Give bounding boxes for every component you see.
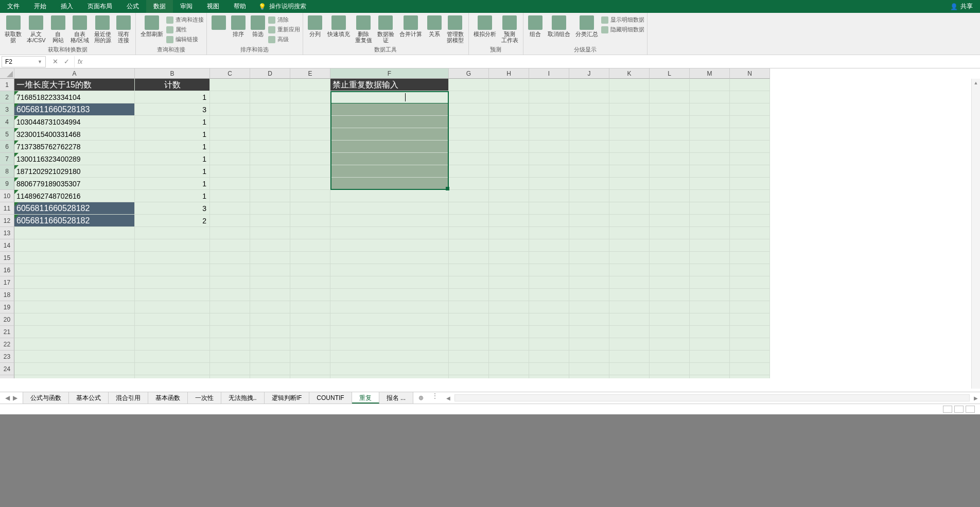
cell[interactable] (609, 178, 650, 190)
cell[interactable] (330, 202, 449, 215)
cell[interactable] (569, 301, 609, 313)
cell[interactable] (529, 79, 569, 91)
cell[interactable] (290, 116, 330, 128)
cell[interactable] (609, 252, 650, 264)
column-header[interactable]: H (489, 68, 529, 79)
cell[interactable] (730, 326, 770, 338)
cell[interactable] (330, 338, 449, 351)
cell[interactable]: 1 (135, 116, 210, 128)
cell[interactable] (489, 326, 529, 338)
cell[interactable] (330, 153, 449, 165)
cell[interactable] (210, 103, 250, 116)
cell[interactable] (650, 91, 690, 103)
cell[interactable] (730, 190, 770, 202)
row-header[interactable]: 1 (0, 79, 14, 91)
cell[interactable] (609, 116, 650, 128)
cell[interactable] (14, 301, 135, 313)
cell[interactable] (135, 351, 210, 363)
cell[interactable] (609, 128, 650, 141)
tab-review[interactable]: 审阅 (173, 0, 200, 13)
column-header[interactable]: G (449, 68, 489, 79)
cell[interactable] (290, 351, 330, 363)
cell[interactable] (529, 227, 569, 239)
ribbon-button[interactable]: 筛选 (249, 14, 267, 38)
cell[interactable] (730, 301, 770, 313)
cell[interactable] (210, 153, 250, 165)
cell[interactable] (489, 202, 529, 215)
cell[interactable] (650, 363, 690, 375)
cell[interactable] (650, 103, 690, 116)
cell[interactable] (210, 190, 250, 202)
ribbon-button[interactable]: 现有 连接 (114, 14, 133, 44)
tab-view[interactable]: 视图 (200, 0, 226, 13)
cell[interactable] (210, 128, 250, 141)
cell[interactable] (135, 264, 210, 276)
cell[interactable] (135, 301, 210, 313)
cell[interactable] (489, 141, 529, 153)
cell[interactable]: 1030448731034994 (14, 116, 135, 128)
cell[interactable]: 一堆长度大于15的数 (14, 79, 135, 91)
cell[interactable] (250, 363, 290, 375)
cell[interactable] (250, 239, 290, 252)
cell[interactable] (14, 375, 135, 378)
sheet-tab[interactable]: 基本函数 (148, 392, 188, 404)
cell[interactable]: 1 (135, 91, 210, 103)
column-header[interactable]: D (250, 68, 290, 79)
cell[interactable] (449, 202, 489, 215)
cell[interactable] (290, 227, 330, 239)
cell[interactable] (690, 264, 730, 276)
cell[interactable] (210, 116, 250, 128)
row-header[interactable]: 2 (0, 91, 14, 103)
cell[interactable] (250, 276, 290, 289)
cell[interactable] (489, 264, 529, 276)
vertical-scrollbar[interactable]: ▲ (971, 79, 980, 389)
row-header[interactable]: 15 (0, 252, 14, 264)
cell[interactable] (210, 252, 250, 264)
tab-pagelayout[interactable]: 页面布局 (80, 0, 119, 13)
cell[interactable] (489, 252, 529, 264)
row-header[interactable]: 6 (0, 141, 14, 153)
cell[interactable] (529, 128, 569, 141)
cell[interactable] (690, 276, 730, 289)
cell[interactable] (250, 116, 290, 128)
row-header[interactable]: 17 (0, 276, 14, 289)
cell[interactable] (730, 128, 770, 141)
cell[interactable] (330, 375, 449, 378)
cell[interactable] (730, 264, 770, 276)
cell[interactable]: 禁止重复数据输入 (330, 79, 449, 91)
cell[interactable] (210, 178, 250, 190)
spreadsheet-grid[interactable]: ABCDEFGHIJKLMN 1234567891011121314151617… (0, 68, 980, 378)
cell[interactable] (449, 103, 489, 116)
cell[interactable]: 3230015400331468 (14, 128, 135, 141)
cell[interactable] (690, 301, 730, 313)
cell[interactable] (569, 165, 609, 178)
cell[interactable] (210, 363, 250, 375)
cell[interactable] (650, 178, 690, 190)
cell[interactable] (14, 351, 135, 363)
cell[interactable] (449, 190, 489, 202)
cell[interactable] (690, 178, 730, 190)
cell[interactable] (730, 338, 770, 351)
ribbon-sub-button[interactable]: 高级 (268, 36, 300, 43)
cell[interactable] (569, 338, 609, 351)
cell[interactable]: 3 (135, 103, 210, 116)
horizontal-scrollbar[interactable]: ◀ ▶ (441, 392, 980, 404)
cell[interactable] (489, 338, 529, 351)
cell[interactable] (210, 289, 250, 301)
cell[interactable] (529, 351, 569, 363)
cell[interactable] (529, 313, 569, 326)
ribbon-button[interactable]: 自表 格/区域 (68, 14, 91, 44)
cell[interactable] (449, 276, 489, 289)
cell[interactable] (330, 227, 449, 239)
cell[interactable] (489, 116, 529, 128)
cell[interactable] (529, 363, 569, 375)
cell[interactable]: 1 (135, 165, 210, 178)
cell[interactable] (449, 239, 489, 252)
ribbon-button[interactable]: 合并计算 (397, 14, 424, 38)
cell[interactable] (330, 351, 449, 363)
column-header[interactable]: K (609, 68, 650, 79)
cell[interactable] (210, 141, 250, 153)
tab-insert[interactable]: 插入 (54, 0, 80, 13)
cell[interactable] (210, 91, 250, 103)
cell[interactable] (730, 227, 770, 239)
